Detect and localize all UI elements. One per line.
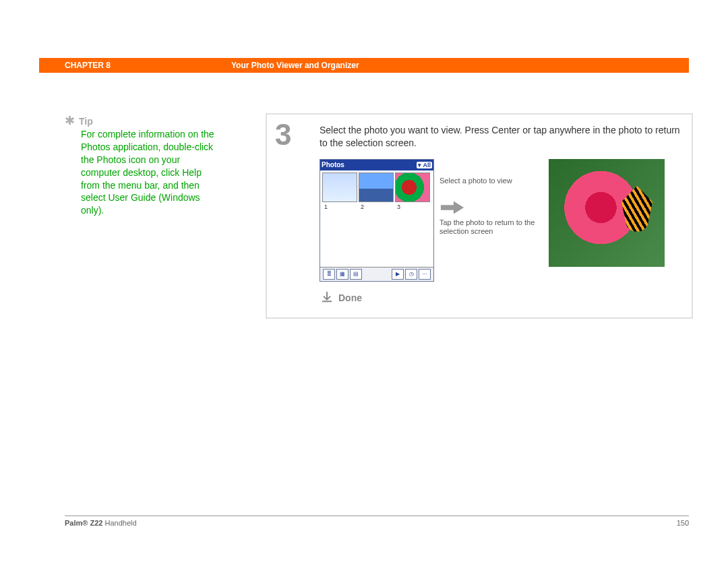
detail-view-icon[interactable]: ▤ [350, 269, 362, 280]
enlarged-photo[interactable] [549, 159, 665, 267]
thumbnail-number: 1 [324, 204, 328, 210]
chapter-title: Your Photo Viewer and Organizer [231, 61, 359, 70]
clock-icon[interactable]: ◷ [405, 269, 417, 280]
callout-select-photo: Select a photo to view [439, 177, 541, 186]
done-arrow-icon [321, 291, 333, 305]
callout-column: Select a photo to view Tap the photo to … [439, 159, 541, 237]
photo-thumbnail[interactable]: 1 [322, 173, 357, 202]
product-name-rest: Handheld [102, 519, 136, 527]
photo-thumbnail[interactable]: 3 [395, 173, 430, 202]
product-name-bold: Palm® Z22 [65, 519, 102, 527]
chapter-label: CHAPTER 8 [65, 61, 111, 70]
product-name: Palm® Z22 Handheld [65, 519, 137, 527]
thumbnail-area: 1 2 3 [320, 170, 433, 267]
arrow-right-icon [439, 199, 465, 216]
page-number: 150 [677, 519, 689, 527]
more-icon[interactable]: ⋯ [419, 269, 431, 280]
tip-star-icon: ✱ [65, 116, 75, 125]
done-row: Done [321, 291, 684, 305]
list-view-icon[interactable]: ≣ [323, 269, 335, 280]
thumbnail-number: 2 [361, 204, 364, 210]
done-label: Done [338, 292, 362, 303]
tip-sidebar: ✱ Tip For complete information on the Ph… [65, 116, 221, 217]
dropdown-caret-icon: ▾ [418, 162, 421, 168]
callout-tap-return: Tap the photo to return to the selection… [439, 218, 541, 237]
tip-body-text: For complete information on the Photos a… [81, 128, 221, 217]
step-number: 3 [275, 120, 320, 305]
photos-category-label: All [423, 162, 431, 168]
photos-app-screenshot: Photos ▾ All 1 2 [320, 159, 434, 282]
page-footer: Palm® Z22 Handheld 150 [65, 516, 689, 527]
thumbnail-number: 3 [397, 204, 400, 210]
chapter-header: CHAPTER 8 Your Photo Viewer and Organize… [39, 58, 689, 73]
photos-category-dropdown[interactable]: ▾ All [417, 162, 432, 168]
step-box: 3 Select the photo you want to view. Pre… [266, 113, 693, 319]
photos-toolbar: ≣ ▦ ▤ ▶ ◷ ⋯ [320, 267, 433, 281]
slideshow-icon[interactable]: ▶ [392, 269, 404, 280]
step-instruction: Select the photo you want to view. Press… [320, 124, 684, 150]
tip-heading: Tip [79, 116, 93, 127]
photos-app-title: Photos [322, 161, 344, 168]
photos-titlebar: Photos ▾ All [320, 160, 433, 170]
photo-thumbnail[interactable]: 2 [359, 173, 394, 202]
grid-view-icon[interactable]: ▦ [336, 269, 348, 280]
